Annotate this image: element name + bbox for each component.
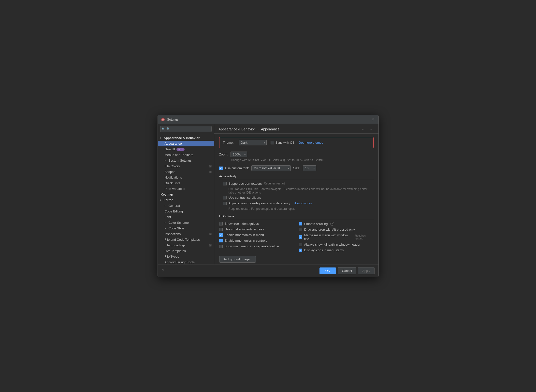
inspections-icon: ▣ — [209, 232, 212, 236]
svg-point-1 — [162, 119, 164, 121]
mnemonics-menu-checkbox[interactable] — [219, 233, 223, 237]
ui-options-left: Show tree indent guides Use smaller inde… — [219, 222, 294, 254]
smooth-scrolling-checkbox[interactable] — [299, 222, 302, 225]
sidebar-item-appearance[interactable]: Appearance — [158, 141, 214, 146]
red-green-label: Adjust colors for red-green vision defic… — [229, 201, 290, 205]
close-button[interactable]: ✕ — [371, 117, 376, 122]
smaller-indents-option: Use smaller indents in trees — [219, 227, 294, 231]
drag-drop-option: Drag-and-drop with Alt pressed only — [299, 228, 374, 231]
font-select-wrapper: Microsoft YaHei UI — [251, 165, 291, 171]
zoom-row: Zoom: 75% 80% 90% 100% 110% 125% 150% — [219, 152, 374, 157]
merge-main-menu-checkbox[interactable] — [299, 235, 302, 239]
drag-drop-checkbox[interactable] — [299, 228, 302, 231]
custom-font-label: Use custom font: — [225, 166, 249, 170]
sidebar-nav: ▾ Appearance & Behavior Appearance New U… — [158, 134, 214, 265]
zoom-select-wrapper: 75% 80% 90% 100% 110% 125% 150% — [231, 152, 247, 157]
sync-with-os-checkbox[interactable] — [271, 141, 274, 144]
red-green-checkbox[interactable] — [223, 202, 227, 205]
sidebar-item-appearance-behavior[interactable]: ▾ Appearance & Behavior — [158, 135, 214, 141]
sidebar-item-scopes[interactable]: Scopes ▣ — [158, 169, 214, 175]
sidebar-item-file-encodings[interactable]: File Encodings ▣ — [158, 242, 214, 248]
full-path-checkbox[interactable] — [299, 243, 302, 246]
custom-font-checkbox[interactable] — [219, 167, 223, 170]
sidebar-item-editor[interactable]: ▾ Editor — [158, 197, 214, 203]
apply-button[interactable]: Apply — [358, 267, 375, 274]
nav-arrows: ← → — [360, 126, 374, 132]
cancel-button[interactable]: Cancel — [338, 267, 356, 274]
back-button[interactable]: ← — [360, 126, 366, 132]
search-icon: 🔍 — [162, 127, 165, 131]
sidebar-item-font[interactable]: Font — [158, 214, 214, 220]
forward-button[interactable]: → — [368, 126, 374, 132]
sidebar-item-menus-toolbars[interactable]: Menus and Toolbars — [158, 152, 214, 158]
content-area: 🔍 ▾ Appearance & Behavior Appearance New… — [158, 124, 378, 265]
main-panel: Appearance & Behavior › Appearance ← → T… — [214, 124, 378, 265]
theme-label: Theme: — [223, 141, 234, 144]
size-label: Size: — [293, 166, 300, 170]
get-more-themes-link[interactable]: Get more themes — [299, 141, 323, 144]
theme-section: Theme: Dark Light High Contrast IntelliJ… — [219, 137, 374, 148]
sidebar-item-notifications[interactable]: Notifications — [158, 175, 214, 180]
sidebar-item-new-ui[interactable]: New UI Beta — [158, 146, 214, 152]
sidebar-item-path-variables[interactable]: Path Variables — [158, 186, 214, 192]
screen-readers-checkbox[interactable] — [223, 182, 227, 185]
panel-header: Appearance & Behavior › Appearance ← → — [214, 124, 378, 134]
ui-options-section: UI Options Show tree indent guides Use s… — [219, 214, 374, 263]
contrast-scrollbars-checkbox[interactable] — [223, 196, 227, 199]
sidebar-item-system-settings[interactable]: ▸ System Settings — [158, 158, 214, 163]
panel-body: Theme: Dark Light High Contrast IntelliJ… — [214, 134, 378, 265]
sidebar-item-inspections[interactable]: Inspections ▣ — [158, 231, 214, 237]
zoom-select[interactable]: 75% 80% 90% 100% 110% 125% 150% — [231, 152, 247, 157]
sidebar-item-file-colors[interactable]: File Colors ▣ — [158, 163, 214, 169]
full-path-label: Always show full path in window header — [304, 243, 361, 246]
how-it-works-link[interactable]: How it works — [294, 201, 312, 205]
file-encodings-icon: ▣ — [209, 244, 212, 247]
size-select[interactable]: 1011121314 161820 — [303, 165, 316, 171]
settings-dialog: Settings ✕ 🔍 ▾ Appearance & Behavior App… — [158, 115, 379, 277]
sidebar-item-keymap[interactable]: Keymap — [158, 192, 214, 197]
help-icon[interactable]: ? — [162, 269, 164, 273]
background-image-button[interactable]: Background Image... — [219, 256, 256, 263]
sidebar-item-file-types[interactable]: File Types — [158, 254, 214, 259]
merge-main-menu-option: Merge main menu with window title Requir… — [299, 233, 374, 241]
font-select[interactable]: Microsoft YaHei UI — [251, 165, 291, 171]
sidebar-item-live-templates[interactable]: Live Templates — [158, 248, 214, 254]
search-input[interactable] — [160, 126, 212, 132]
screen-readers-option: Support screen readers Requires restart — [219, 182, 374, 185]
mnemonics-controls-label: Enable mnemonics in controls — [225, 239, 267, 242]
main-menu-toolbar-checkbox[interactable] — [219, 245, 223, 248]
contrast-scrollbars-option: Use contrast scrollbars — [219, 196, 374, 199]
full-path-option: Always show full path in window header — [299, 243, 374, 246]
red-green-subtext: Requires restart. For protanopia and deu… — [219, 207, 374, 210]
zoom-hint: Change with Alt+Shift+= or Alt+Shift+减号.… — [219, 158, 374, 162]
accessibility-section: Accessibility Support screen readers Req… — [219, 174, 374, 210]
tree-indent-checkbox[interactable] — [219, 222, 223, 225]
sidebar-item-file-code-templates[interactable]: File and Code Templates — [158, 237, 214, 242]
dialog-footer: ? OK Cancel Apply — [158, 265, 378, 277]
tree-indent-label: Show tree indent guides — [225, 222, 259, 225]
sidebar-item-quick-lists[interactable]: Quick Lists — [158, 180, 214, 186]
sidebar-item-android-design-tools[interactable]: Android Design Tools — [158, 259, 214, 265]
display-icons-checkbox[interactable] — [299, 249, 302, 252]
size-select-wrapper: 1011121314 161820 — [303, 165, 316, 171]
ui-options-grid: Show tree indent guides Use smaller inde… — [219, 222, 374, 254]
sidebar-item-code-editing[interactable]: Code Editing — [158, 209, 214, 214]
smooth-scrolling-help-icon[interactable]: ? — [330, 222, 334, 226]
sidebar-item-code-style[interactable]: ▸ Code Style — [158, 225, 214, 231]
contrast-scrollbars-label: Use contrast scrollbars — [229, 196, 261, 199]
ok-button[interactable]: OK — [319, 267, 336, 274]
smooth-scrolling-label: Smooth scrolling — [304, 222, 328, 226]
mnemonics-menu-label: Enable mnemonics in menu — [225, 233, 264, 237]
smaller-indents-checkbox[interactable] — [219, 228, 223, 231]
sync-with-os-option: Sync with OS — [271, 141, 295, 144]
search-box: 🔍 — [158, 124, 214, 134]
sidebar-item-color-scheme[interactable]: ▸ Color Scheme — [158, 220, 214, 225]
mnemonics-controls-checkbox[interactable] — [219, 239, 223, 242]
expand-arrow-icon: ▸ — [165, 204, 168, 207]
expand-arrow-icon: ▸ — [165, 227, 168, 230]
smooth-scrolling-option: Smooth scrolling ? — [299, 222, 374, 226]
sidebar-item-general[interactable]: ▸ General — [158, 203, 214, 209]
sync-with-os-label: Sync with OS — [275, 141, 295, 144]
theme-select[interactable]: Dark Light High Contrast IntelliJ Light — [239, 140, 267, 145]
zoom-label: Zoom: — [219, 153, 228, 156]
